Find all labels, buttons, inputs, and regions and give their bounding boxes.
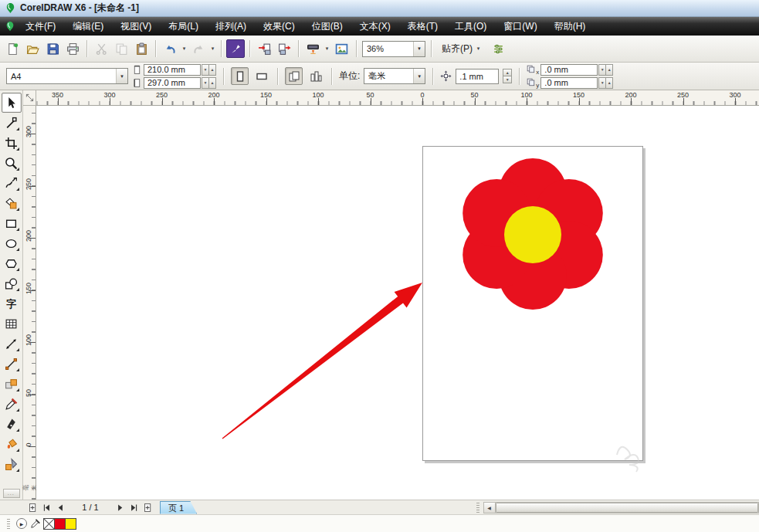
chevron-down-icon[interactable]: ▼ — [413, 69, 425, 83]
pick-tool[interactable] — [2, 93, 22, 113]
ellipse-tool[interactable] — [2, 233, 22, 253]
copy-button[interactable] — [112, 39, 130, 58]
duplicate-x-sub: x — [536, 69, 539, 76]
landscape-orientation-button[interactable] — [252, 67, 270, 85]
chevron-down-icon[interactable]: ▾ — [209, 46, 216, 52]
chevron-down-icon[interactable]: ▼ — [413, 42, 425, 56]
spin-up-icon[interactable]: ▲ — [208, 64, 216, 76]
basic-shapes-tool[interactable] — [2, 273, 22, 293]
chevron-down-icon[interactable]: ▾ — [181, 46, 188, 52]
last-page-button[interactable] — [127, 501, 141, 513]
welcome-screen-button[interactable] — [332, 39, 351, 58]
duplicate-y-field[interactable]: .0 mm — [540, 77, 598, 89]
drawing-page[interactable] — [422, 146, 643, 461]
paper-width-field[interactable]: 210.0 mm — [144, 64, 201, 76]
blend-tool[interactable] — [2, 374, 22, 394]
smart-fill-tool[interactable] — [2, 193, 22, 213]
page-tab[interactable]: 页 1 — [160, 501, 197, 514]
search-content-button[interactable] — [226, 39, 245, 58]
cut-button[interactable] — [92, 39, 110, 58]
application-launcher-button[interactable] — [303, 39, 322, 58]
add-page-before-button[interactable] — [26, 501, 39, 513]
snap-to-dropdown[interactable]: 贴齐(P) ▾ — [437, 39, 486, 59]
menu-layout[interactable]: 布局(L) — [160, 18, 207, 36]
freehand-tool[interactable] — [2, 173, 22, 193]
connector-tool[interactable] — [2, 354, 22, 374]
outline-pen-tool[interactable] — [2, 414, 22, 434]
save-button[interactable] — [43, 39, 62, 58]
zoom-level-combo[interactable]: 36% ▼ — [362, 41, 425, 57]
toolbox-scroll-button[interactable]: ∙∙∙ — [3, 489, 20, 498]
spin-down-icon[interactable]: ▼ — [503, 76, 512, 83]
no-color-swatch[interactable] — [43, 518, 55, 530]
h-ruler-major-tick — [58, 98, 59, 105]
chevron-down-icon[interactable]: ▾ — [324, 46, 330, 52]
scroll-left-icon[interactable]: ◀ — [484, 503, 496, 513]
v-ruler-major-tick — [29, 134, 36, 134]
options-button[interactable] — [489, 39, 507, 58]
portrait-orientation-button[interactable] — [231, 67, 249, 85]
shape-tool[interactable] — [2, 113, 22, 133]
open-button[interactable] — [23, 39, 42, 58]
next-page-button[interactable] — [114, 501, 127, 513]
current-page-button[interactable] — [307, 67, 324, 85]
duplicate-y-icon — [527, 78, 536, 87]
menu-arrange[interactable]: 排列(A) — [207, 18, 255, 36]
menu-view[interactable]: 视图(V) — [112, 18, 160, 36]
polygon-tool[interactable] — [2, 253, 22, 273]
palette-eyedropper-icon[interactable] — [30, 518, 41, 529]
menu-edit[interactable]: 编辑(E) — [64, 18, 112, 36]
palette-flyout-button[interactable]: ▶ — [16, 518, 27, 529]
menu-file[interactable]: 文件(F) — [17, 18, 64, 36]
red-swatch[interactable] — [54, 518, 66, 530]
fill-tool[interactable] — [2, 434, 22, 454]
table-tool[interactable] — [2, 313, 22, 334]
ruler-origin-button[interactable] — [23, 90, 36, 106]
spin-up-icon[interactable]: ▲ — [605, 64, 613, 76]
menu-bitmaps[interactable]: 位图(B) — [303, 18, 351, 36]
h-ruler-major-tick — [683, 98, 684, 105]
paper-size-value: A4 — [7, 72, 116, 81]
spin-up-icon[interactable]: ▲ — [208, 77, 216, 89]
paste-button[interactable] — [132, 39, 151, 58]
spin-up-icon[interactable]: ▲ — [605, 77, 613, 89]
all-pages-button[interactable] — [285, 67, 303, 85]
chevron-down-icon[interactable]: ▼ — [116, 69, 127, 83]
menu-text[interactable]: 文本(X) — [351, 18, 399, 36]
units-combo[interactable]: 毫米 ▼ — [364, 68, 425, 84]
yellow-swatch[interactable] — [65, 518, 76, 530]
flower-center[interactable] — [504, 206, 561, 263]
new-document-button[interactable] — [3, 39, 22, 58]
zoom-tool[interactable] — [2, 153, 22, 173]
previous-page-button[interactable] — [54, 501, 67, 513]
paper-size-combo[interactable]: A4 ▼ — [6, 68, 128, 84]
menu-help[interactable]: 帮助(H) — [546, 18, 595, 36]
v-ruler-major-tick — [29, 186, 36, 187]
duplicate-x-field[interactable]: .0 mm — [540, 64, 598, 76]
export-button[interactable] — [275, 39, 293, 58]
menu-tools[interactable]: 工具(O) — [446, 18, 495, 36]
rectangle-tool[interactable] — [2, 213, 22, 233]
interactive-fill-tool[interactable] — [2, 454, 22, 474]
scrollbar-thumb[interactable] — [496, 503, 758, 513]
print-button[interactable] — [63, 39, 82, 58]
scrollbar-grip[interactable] — [476, 503, 479, 513]
add-page-after-button[interactable] — [141, 501, 154, 513]
undo-button[interactable] — [161, 39, 179, 58]
drawing-canvas[interactable] — [36, 106, 759, 500]
nudge-distance-field[interactable]: .1 mm — [456, 69, 499, 84]
import-button[interactable] — [255, 39, 273, 58]
redo-button[interactable] — [189, 39, 208, 58]
first-page-button[interactable] — [40, 501, 53, 513]
color-eyedropper-tool[interactable] — [2, 394, 22, 414]
dimension-tool[interactable] — [2, 334, 22, 354]
palette-grip[interactable] — [7, 519, 10, 529]
paper-height-field[interactable]: 297.0 mm — [144, 77, 201, 89]
crop-tool[interactable] — [2, 133, 22, 153]
toolbox: 字∙∙∙ — [0, 90, 23, 500]
menu-window[interactable]: 窗口(W) — [495, 18, 545, 36]
text-tool[interactable]: 字 — [2, 293, 22, 313]
horizontal-scrollbar[interactable]: ◀ — [483, 502, 759, 513]
menu-table[interactable]: 表格(T) — [399, 18, 446, 36]
menu-effects[interactable]: 效果(C) — [255, 18, 303, 36]
